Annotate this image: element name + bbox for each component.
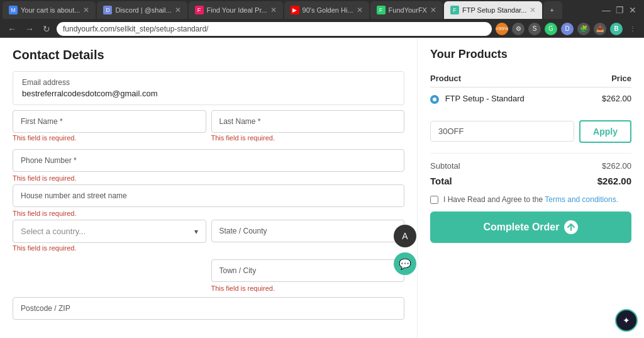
extension-3[interactable]: G [545, 23, 557, 35]
state-field[interactable]: State / County [211, 220, 405, 242]
product-price-cell: $262.00 [584, 87, 631, 110]
tab-1-close[interactable]: ✕ [83, 6, 89, 14]
forward-button[interactable]: → [23, 23, 36, 35]
city-field[interactable]: Town / City [211, 259, 405, 282]
menu-button[interactable]: ⋮ [626, 23, 639, 35]
apply-button[interactable]: Apply [579, 120, 631, 143]
totals-section: Subtotal $262.00 Total $262.00 [430, 153, 631, 186]
product-name: FTP Setup - Standard [445, 94, 525, 103]
translate-float-button[interactable]: A [394, 225, 416, 247]
tab-4[interactable]: ▶ 90's Golden Hi... ✕ [284, 1, 369, 19]
total-row: Total $262.00 [430, 176, 631, 186]
coupon-input[interactable] [430, 121, 574, 142]
extension-1[interactable]: ⚙ [512, 23, 525, 35]
float-buttons: A 💬 [394, 225, 416, 275]
city-group: Town / City This field is required. [211, 259, 405, 295]
tab-6-close[interactable]: ✕ [530, 6, 536, 14]
first-name-field[interactable]: First Name * [13, 110, 206, 133]
phone-field[interactable]: Phone Number * [13, 149, 404, 172]
table-row: FTP Setup - Standard $262.00 [430, 87, 631, 110]
score-badge: <99% [496, 23, 508, 35]
terms-static: I Have Read and Agree to the [443, 195, 543, 204]
tab-3-favicon: F [195, 6, 204, 14]
close-button[interactable]: ✕ [629, 5, 636, 15]
tab-1-label: Your cart is about... [21, 6, 80, 14]
tab-1[interactable]: M Your cart is about... ✕ [3, 1, 96, 19]
minimize-button[interactable]: — [602, 5, 611, 15]
toolbar-icons: <99% ⚙ S G D 🧩 📥 B ⋮ [496, 23, 639, 35]
tab-6-label: FTP Setup Standar... [462, 6, 527, 14]
col-price-header: Price [584, 70, 631, 87]
tab-5[interactable]: F FundYourFX ✕ [370, 1, 443, 19]
last-name-label: Last Name * [219, 117, 397, 126]
tab-2-favicon: D [103, 6, 112, 14]
extension-6[interactable]: 📥 [594, 23, 606, 35]
tab-4-close[interactable]: ✕ [357, 6, 363, 14]
first-name-error: This field is required. [13, 134, 206, 142]
browser-chrome: M Your cart is about... ✕ D Discord | @s… [0, 0, 644, 38]
tab-2[interactable]: D Discord | @shail... ✕ [97, 1, 187, 19]
complete-order-button[interactable]: Complete Order [430, 211, 631, 243]
tab-5-close[interactable]: ✕ [430, 6, 436, 14]
tab-bar: M Your cart is about... ✕ D Discord | @s… [0, 0, 644, 20]
left-panel: Contact Details Email address bestreferr… [0, 38, 418, 338]
city-error: This field is required. [211, 284, 405, 292]
tab-4-favicon: ▶ [291, 6, 299, 14]
extension-5[interactable]: 🧩 [577, 23, 590, 35]
address-bar: ← → ↻ <99% ⚙ S G D 🧩 📥 B ⋮ [0, 20, 644, 38]
sellkit-logo[interactable]: ✦ [615, 309, 638, 332]
product-radio[interactable] [430, 95, 439, 104]
country-select-text: Select a country... [21, 227, 86, 236]
chevron-down-icon: ▾ [194, 227, 198, 236]
postcode-group: Postcode / ZIP [13, 297, 404, 320]
first-name-label: First Name * [21, 117, 198, 126]
chat-float-button[interactable]: 💬 [394, 252, 416, 275]
tab-4-label: 90's Golden Hi... [303, 6, 353, 14]
address-label: House number and street name [21, 191, 396, 200]
refresh-button[interactable]: ↻ [40, 23, 53, 35]
col-product-header: Product [430, 70, 584, 87]
back-button[interactable]: ← [5, 23, 19, 35]
phone-error: This field is required. [13, 174, 404, 182]
tab-2-close[interactable]: ✕ [175, 6, 181, 14]
maximize-button[interactable]: ❐ [616, 5, 624, 15]
terms-link[interactable]: Terms and conditions. [545, 195, 618, 204]
profile-button[interactable]: B [610, 23, 623, 35]
products-title: Your Products [430, 48, 631, 61]
product-name-cell: FTP Setup - Standard [430, 87, 584, 110]
first-name-group: First Name * This field is required. [13, 110, 206, 144]
page-title: Contact Details [13, 48, 404, 62]
postcode-label: Postcode / ZIP [21, 304, 396, 313]
postcode-field[interactable]: Postcode / ZIP [13, 297, 404, 320]
total-value: $262.00 [597, 176, 631, 186]
tab-6-favicon: F [450, 6, 459, 14]
terms-checkbox[interactable] [430, 196, 438, 204]
state-label: State / County [219, 227, 397, 235]
extension-4[interactable]: D [561, 23, 574, 35]
address-field[interactable]: House number and street name [13, 184, 404, 207]
tab-6[interactable]: F FTP Setup Standar... ✕ [444, 1, 543, 19]
subtotal-value: $262.00 [602, 161, 631, 171]
city-label: Town / City [219, 266, 397, 275]
subtotal-row: Subtotal $262.00 [430, 161, 631, 171]
extension-2[interactable]: S [528, 23, 541, 35]
coupon-row: Apply [430, 120, 631, 143]
email-value: bestreferralcodesdotcom@gmail.com [22, 89, 395, 98]
last-name-field[interactable]: Last Name * [211, 110, 405, 133]
phone-label: Phone Number * [21, 156, 396, 165]
products-table: Product Price FTP Setup - Standard $262.… [430, 70, 631, 110]
email-label: Email address [22, 78, 395, 87]
subtotal-label: Subtotal [430, 161, 460, 171]
total-label: Total [430, 176, 452, 186]
phone-group: Phone Number * This field is required. [13, 149, 404, 182]
tab-5-label: FundYourFX [389, 6, 427, 14]
tab-5-favicon: F [377, 6, 386, 14]
address-input[interactable] [57, 22, 492, 36]
tab-3-close[interactable]: ✕ [270, 6, 277, 14]
country-select[interactable]: Select a country... ▾ [13, 220, 206, 243]
tab-3[interactable]: F Find Your Ideal Pr... ✕ [189, 1, 283, 19]
country-state-row: Select a country... ▾ This field is requ… [13, 220, 404, 254]
state-group: State / County [211, 220, 405, 254]
new-tab-button[interactable]: + [543, 1, 562, 19]
page-container: Contact Details Email address bestreferr… [0, 38, 644, 338]
